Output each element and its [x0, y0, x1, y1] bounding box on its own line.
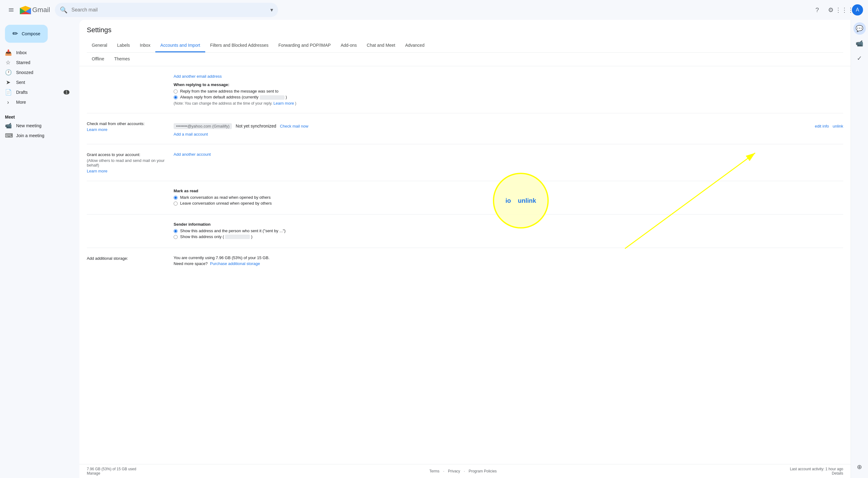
footer-right: Last account activity: 1 hour ago Detail…: [790, 467, 843, 476]
more-chevron-icon: ›: [5, 99, 11, 106]
reply-option1-label[interactable]: Reply from the same address the message …: [174, 89, 843, 94]
sender-option2-radio[interactable]: [174, 235, 178, 239]
sender-option1-text: Show this address and the person who sen…: [180, 229, 285, 233]
sidebar-item-starred[interactable]: ☆ Starred: [0, 58, 74, 67]
reply-section-body: Add another email address When replying …: [174, 74, 843, 106]
sidebar-item-label-inbox: Inbox: [16, 50, 69, 55]
check-mail-label: Check mail from other accounts: Learn mo…: [87, 121, 174, 137]
tab-filters[interactable]: Filters and Blocked Addresses: [205, 39, 273, 52]
right-panel-expand[interactable]: ⊕: [854, 460, 866, 473]
reply-option2-label[interactable]: Always reply from default address (curre…: [174, 95, 843, 100]
join-meeting-icon: ⌨: [5, 132, 11, 139]
grant-access-desc: (Allow others to read and send mail on y…: [87, 158, 166, 168]
sender-info-body: Sender information Show this address and…: [174, 222, 843, 241]
tab-labels[interactable]: Labels: [112, 39, 135, 52]
check-mail-now-link[interactable]: Check mail now: [280, 124, 308, 129]
sender-option2-text: Show this address only ( ): [180, 234, 252, 239]
mark-as-read-body: Mark as read Mark conversation as read w…: [174, 189, 843, 207]
reply-option2-radio[interactable]: [174, 95, 178, 99]
compose-button[interactable]: ✏ Compose: [5, 25, 48, 43]
storage-text: You are currently using 7.96 GB (53%) of…: [174, 255, 843, 260]
account-info: ••••••••@yahoo.com (Gmailify) Not yet sy…: [174, 123, 308, 129]
reply-learn-more[interactable]: Learn more: [273, 101, 294, 106]
mark-option1-radio[interactable]: [174, 196, 178, 200]
topbar: Gmail 🔍 ▾ ? ⚙ ⋮⋮⋮ A: [0, 0, 868, 20]
expand-icon[interactable]: ⊕: [854, 460, 866, 473]
reply-option2-text: Always reply from default address (curre…: [180, 95, 287, 100]
search-bar[interactable]: 🔍 ▾: [55, 3, 278, 17]
reply-default-address: [260, 95, 285, 100]
sidebar-item-join-meeting[interactable]: ⌨ Join a meeting: [0, 131, 74, 141]
policies-link[interactable]: Program Policies: [469, 469, 497, 473]
sidebar-item-snoozed[interactable]: 🕐 Snoozed: [0, 67, 74, 77]
gmail-wordmark: Gmail: [32, 6, 50, 14]
right-panel-tasks-icon[interactable]: ✓: [854, 52, 866, 64]
tab-forwarding[interactable]: Forwarding and POP/IMAP: [273, 39, 336, 52]
drafts-icon: 📄: [5, 89, 11, 96]
tab-general[interactable]: General: [87, 39, 112, 52]
sender-option1-radio[interactable]: [174, 229, 178, 233]
reply-option1-radio[interactable]: [174, 90, 178, 94]
mark-as-read-subtitle: Mark as read: [174, 189, 843, 193]
tab-chat[interactable]: Chat and Meet: [362, 39, 400, 52]
sidebar-item-sent[interactable]: ➤ Sent: [0, 77, 74, 87]
unlink-link[interactable]: unlink: [833, 124, 843, 129]
search-input[interactable]: [71, 7, 267, 13]
check-mail-learn-more[interactable]: Learn more: [87, 127, 166, 132]
edit-info-link[interactable]: edit info: [815, 124, 829, 129]
sent-icon: ➤: [5, 79, 11, 86]
check-mail-section: Check mail from other accounts: Learn mo…: [87, 121, 843, 144]
mark-option1-label[interactable]: Mark conversation as read when opened by…: [174, 195, 843, 200]
sidebar-item-label-drafts: Drafts: [16, 90, 59, 95]
terms-link[interactable]: Terms: [429, 469, 440, 473]
sidebar-item-inbox[interactable]: 📥 Inbox: [0, 48, 74, 58]
add-email-link[interactable]: Add another email address: [174, 74, 222, 79]
reply-section-label: [87, 74, 174, 106]
sidebar-item-new-meeting[interactable]: 📹 New meeting: [0, 121, 74, 131]
last-activity: Last account activity: 1 hour ago: [790, 467, 843, 471]
search-chevron-icon[interactable]: ▾: [270, 6, 273, 13]
settings-tabs-row2: Offline Themes: [87, 52, 843, 66]
add-mail-account-link[interactable]: Add a mail account: [174, 132, 208, 137]
meet-section-title: Meet: [0, 112, 80, 121]
sender-option2-label[interactable]: Show this address only ( ): [174, 234, 843, 239]
details-link[interactable]: Details: [790, 471, 843, 476]
account-email: ••••••••@yahoo.com (Gmailify): [174, 123, 232, 129]
settings-content: Add another email address When replying …: [80, 66, 850, 464]
sender-option1-label[interactable]: Show this address and the person who sen…: [174, 229, 843, 233]
grant-access-learn-more[interactable]: Learn more: [87, 169, 166, 173]
help-button[interactable]: ?: [811, 4, 824, 16]
storage-body: You are currently using 7.96 GB (53%) of…: [174, 255, 843, 266]
tab-addons[interactable]: Add-ons: [336, 39, 362, 52]
add-another-account-link[interactable]: Add another account: [174, 152, 211, 157]
settings-title: Settings: [87, 26, 843, 34]
apps-button[interactable]: ⋮⋮⋮: [838, 4, 850, 16]
add-mail-account-row: Add a mail account: [174, 132, 843, 137]
grant-access-label: Grant access to your account: (Allow oth…: [87, 152, 174, 173]
storage-need-more: Need more space? Purchase additional sto…: [174, 261, 843, 266]
account-status: Not yet synchronized: [236, 124, 276, 129]
right-panel-meet-icon[interactable]: 📹: [854, 37, 866, 49]
tab-accounts[interactable]: Accounts and Import: [155, 39, 205, 52]
avatar[interactable]: A: [852, 4, 863, 15]
tab-themes[interactable]: Themes: [109, 53, 135, 66]
snoozed-icon: 🕐: [5, 69, 11, 76]
menu-icon[interactable]: [5, 4, 18, 16]
tab-offline[interactable]: Offline: [87, 53, 109, 66]
right-panel-chat-icon[interactable]: 💬: [854, 22, 866, 35]
content-area: Settings General Labels Inbox Accounts a…: [80, 20, 850, 478]
tab-advanced[interactable]: Advanced: [400, 39, 429, 52]
sidebar-item-drafts[interactable]: 📄 Drafts 1: [0, 87, 74, 97]
mark-option2-radio[interactable]: [174, 202, 178, 206]
meet-title: Meet: [5, 114, 15, 120]
mark-option2-label[interactable]: Leave conversation unread when opened by…: [174, 201, 843, 206]
sidebar-more-button[interactable]: › More: [0, 97, 74, 107]
footer-center-links: Terms · Privacy · Program Policies: [429, 469, 497, 473]
reply-subtitle: When replying to a message: Reply from t…: [174, 82, 843, 106]
tab-inbox[interactable]: Inbox: [135, 39, 155, 52]
purchase-storage-link[interactable]: Purchase additional storage: [210, 261, 260, 266]
reply-section: Add another email address When replying …: [87, 74, 843, 113]
manage-link[interactable]: Manage: [87, 471, 100, 476]
privacy-link[interactable]: Privacy: [448, 469, 460, 473]
sidebar-item-label-new-meeting: New meeting: [16, 123, 69, 128]
